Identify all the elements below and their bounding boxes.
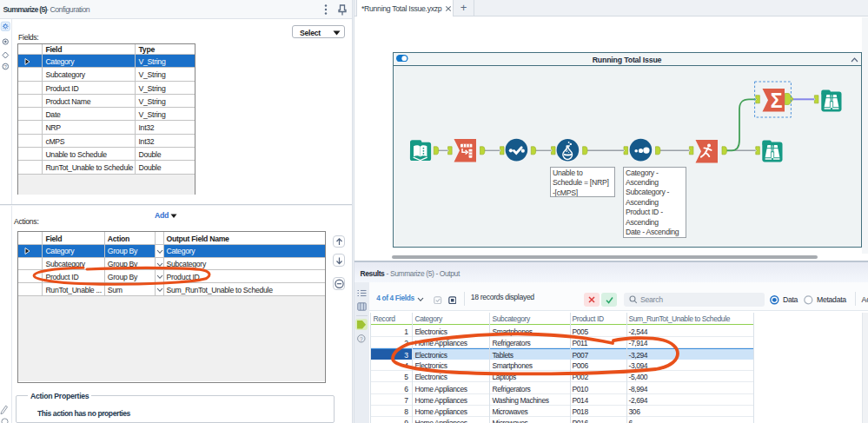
svg-text:Σ: Σ — [771, 89, 783, 112]
svg-text:?: ? — [4, 64, 7, 69]
svg-text:?: ? — [360, 335, 363, 341]
